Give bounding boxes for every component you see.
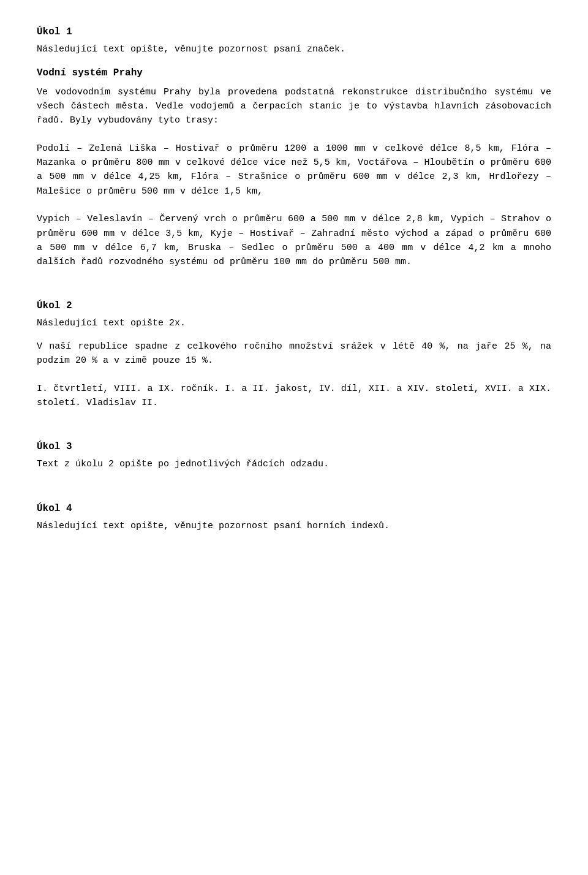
task3-instruction: Text z úkolu 2 opište po jednotlivých řá…	[37, 458, 551, 472]
task3-title: Úkol 3	[37, 439, 551, 454]
task2-section: Úkol 2 Následující text opište 2x. V naš…	[37, 298, 551, 410]
task4-instruction: Následující text opište, věnujte pozorno…	[37, 520, 551, 534]
task1-title: Úkol 1	[37, 25, 551, 39]
task1-section: Úkol 1 Následující text opište, věnujte …	[37, 25, 551, 269]
task2-paragraph2: I. čtvrtletí, VIII. a IX. ročník. I. a I…	[37, 382, 551, 411]
task4-section: Úkol 4 Následující text opište, věnujte …	[37, 501, 551, 534]
task1-heading: Vodní systém Prahy	[37, 66, 551, 80]
task1-instruction: Následující text opište, věnujte pozorno…	[37, 43, 551, 57]
task2-instruction: Následující text opište 2x.	[37, 317, 551, 331]
task2-paragraph1: V naší republice spadne z celkového ročn…	[37, 339, 551, 368]
task1-paragraph2: Podolí – Zelená Liška – Hostivař o průmě…	[37, 142, 551, 199]
task1-paragraph1: Ve vodovodním systému Prahy byla provede…	[37, 85, 551, 128]
task3-section: Úkol 3 Text z úkolu 2 opište po jednotli…	[37, 439, 551, 472]
task2-title: Úkol 2	[37, 298, 551, 313]
task1-paragraph3: Vypich – Veleslavín – Červený vrch o prů…	[37, 212, 551, 269]
task4-title: Úkol 4	[37, 501, 551, 516]
